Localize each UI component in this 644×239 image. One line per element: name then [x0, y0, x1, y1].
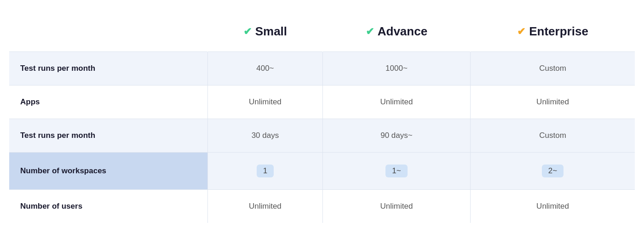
table-row: Test runs per month30 days90 days~Custom — [9, 119, 635, 153]
table-row: AppsUnlimitedUnlimitedUnlimited — [9, 85, 635, 119]
feature-value: 1 — [208, 153, 323, 190]
feature-value: 1000~ — [322, 52, 470, 85]
feature-value: 30 days — [208, 119, 323, 153]
plan-advance-label: Advance — [378, 24, 427, 39]
comparison-table: ✔ Small ✔ Advance ✔ Enterprise Test runs… — [9, 16, 635, 223]
feature-value: 400~ — [208, 52, 323, 85]
feature-value: Unlimited — [471, 190, 635, 223]
workspace-badge: 1~ — [385, 165, 407, 177]
feature-value: Unlimited — [322, 190, 470, 223]
feature-value: Unlimited — [208, 190, 323, 223]
header-row: ✔ Small ✔ Advance ✔ Enterprise — [9, 16, 635, 52]
checkmark-enterprise-icon: ✔ — [517, 26, 525, 38]
feature-value: Unlimited — [208, 85, 323, 119]
header-small: ✔ Small — [208, 16, 323, 52]
feature-value: Unlimited — [322, 85, 470, 119]
header-advance: ✔ Advance — [322, 16, 470, 52]
table-row: Number of workspaces11~2~ — [9, 153, 635, 190]
plan-small-label: Small — [255, 24, 287, 39]
workspace-badge: 1 — [257, 165, 274, 177]
feature-value: Custom — [471, 52, 635, 85]
plan-enterprise-label: Enterprise — [529, 24, 588, 39]
checkmark-advance-icon: ✔ — [366, 26, 374, 38]
feature-label: Test runs per month — [9, 52, 208, 85]
feature-value: Custom — [471, 119, 635, 153]
feature-label: Number of users — [9, 190, 208, 223]
workspace-badge: 2~ — [542, 165, 564, 177]
feature-value: Unlimited — [471, 85, 635, 119]
table-row: Number of usersUnlimitedUnlimitedUnlimit… — [9, 190, 635, 223]
feature-label: Apps — [9, 85, 208, 119]
header-feature-col — [9, 16, 208, 52]
feature-value: 90 days~ — [322, 119, 470, 153]
feature-label: Test runs per month — [9, 119, 208, 153]
table-row: Test runs per month400~1000~Custom — [9, 52, 635, 85]
checkmark-small-icon: ✔ — [243, 26, 252, 38]
feature-value: 2~ — [471, 153, 635, 190]
header-enterprise: ✔ Enterprise — [471, 16, 635, 52]
feature-value: 1~ — [322, 153, 470, 190]
feature-label: Number of workspaces — [9, 153, 208, 190]
